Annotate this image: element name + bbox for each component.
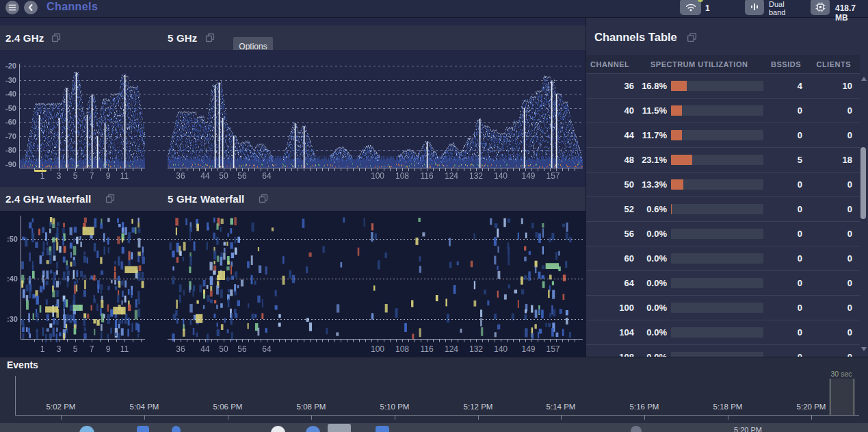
- table-row-channel-50[interactable]: 5013.3%00: [586, 173, 860, 197]
- event-icon-rounded-blue[interactable]: [376, 426, 389, 432]
- x-axis-label-ch44: 44: [195, 171, 215, 181]
- table-row-channel-52[interactable]: 520.6%00: [586, 197, 860, 222]
- utilization-bar: [671, 155, 763, 165]
- waterfall-5-title: 5 GHz Waterfall: [168, 193, 244, 205]
- utilization-bar: [671, 327, 763, 338]
- table-row-channel-36[interactable]: 3616.8%410: [586, 74, 860, 99]
- event-tick-label: 5:14 PM: [540, 403, 581, 411]
- table-row-channel-100[interactable]: 1000.0%00: [586, 296, 860, 320]
- spectrum-mode-button[interactable]: [745, 0, 764, 15]
- event-tick-label: 5:12 PM: [458, 403, 499, 411]
- cell-bssids: 0: [771, 229, 802, 239]
- utilization-bar-fill: [671, 130, 682, 140]
- event-tick-label: 5:04 PM: [124, 403, 165, 411]
- event-icon-circle-white[interactable]: [271, 426, 285, 432]
- x-axis-label-ch100: 100: [367, 171, 388, 181]
- column-header-spectrum-utilization[interactable]: SPECTRUM UTILIZATION: [650, 60, 770, 68]
- table-row-channel-44[interactable]: 4411.7%00: [586, 123, 860, 148]
- waterfall-x-label-ch44: 44: [195, 344, 215, 354]
- event-tick: [311, 416, 312, 420]
- column-header-channel[interactable]: CHANNEL: [590, 60, 650, 68]
- table-row-channel-64[interactable]: 640.0%00: [586, 271, 860, 296]
- event-icon-circle-grey[interactable]: [631, 426, 642, 432]
- back-button[interactable]: [24, 1, 38, 14]
- cell-channel: 44: [586, 130, 634, 140]
- utilization-bar: [671, 352, 763, 357]
- band-label: Dualband: [769, 0, 785, 16]
- top-bar: Channels 1 Dualband: [0, 0, 868, 18]
- memory-button[interactable]: [811, 0, 830, 15]
- waterfall-x-label-ch132: 132: [466, 344, 486, 354]
- wifi-status-button[interactable]: [680, 0, 701, 15]
- event-tick: [478, 416, 479, 420]
- cell-clients: 0: [802, 229, 852, 239]
- table-row-channel-108[interactable]: 1080.0%00: [586, 345, 860, 357]
- events-timeline-baseline: [15, 415, 859, 416]
- spectrum-5-title: 5 GHz: [168, 32, 198, 44]
- copy-icon[interactable]: [687, 32, 697, 42]
- scroll-up-arrow[interactable]: [861, 77, 867, 81]
- cell-bssids: 0: [771, 303, 802, 313]
- spectrum-header-strip: 2.4 GHz 5 GHz Options: [0, 25, 586, 50]
- waterfall-y-label-:40: :40: [0, 275, 18, 283]
- spectrum-24-title: 2.4 GHz: [5, 32, 44, 44]
- waterfall-x-label-ch108: 108: [392, 344, 412, 354]
- utilization-bar-fill: [671, 81, 687, 91]
- cell-bssids: 0: [771, 179, 802, 190]
- table-row-channel-48[interactable]: 4823.1%518: [586, 148, 860, 173]
- event-icon-circle-blue[interactable]: [306, 426, 320, 432]
- memory-usage: 418.7 MB: [835, 3, 868, 23]
- cell-utilization-percent: 0.6%: [634, 204, 667, 214]
- copy-icon[interactable]: [205, 33, 215, 42]
- event-tick: [728, 416, 728, 420]
- x-axis-label-ch11: 11: [114, 171, 135, 181]
- time-window-label: 30 sec: [818, 370, 865, 378]
- event-icon-dot-blue[interactable]: [172, 426, 181, 432]
- copy-icon[interactable]: [259, 194, 268, 203]
- utilization-bar: [671, 105, 763, 116]
- table-row-channel-60[interactable]: 600.0%00: [586, 246, 860, 271]
- time-window-selection[interactable]: [830, 379, 854, 415]
- cell-clients: 0: [802, 204, 852, 214]
- cell-channel: 100: [586, 303, 634, 313]
- cell-channel: 36: [586, 81, 634, 91]
- utilization-bar: [671, 130, 763, 140]
- utilization-bar: [671, 303, 763, 313]
- event-icon-circle-lightblue[interactable]: [79, 426, 94, 432]
- spectrum-5ghz-chart: [168, 60, 583, 173]
- event-selected-pill[interactable]: [328, 424, 351, 432]
- utilization-bar-fill: [671, 105, 682, 116]
- table-row-channel-104[interactable]: 1040.0%00: [586, 320, 860, 345]
- cell-channel: 52: [586, 204, 634, 214]
- cell-utilization-percent: 0.0%: [634, 352, 667, 357]
- scrollbar-thumb[interactable]: [860, 147, 866, 219]
- utilization-bar: [671, 278, 763, 288]
- wifi-analyzer-app: Channels 1 Dualband: [0, 0, 868, 432]
- column-header-bssids[interactable]: BSSIDS: [770, 60, 801, 68]
- cell-channel: 108: [586, 352, 634, 357]
- menu-button[interactable]: [5, 1, 19, 14]
- wifi-icon: [685, 3, 696, 12]
- event-icon-square-blue[interactable]: [137, 426, 149, 432]
- table-row-channel-56[interactable]: 560.0%00: [586, 222, 860, 246]
- waterfall-x-label-ch11: 11: [114, 344, 135, 354]
- column-header-clients[interactable]: CLIENTS: [801, 60, 851, 68]
- chip-icon: [815, 2, 826, 12]
- event-tick-label: 5:18 PM: [707, 403, 748, 411]
- copy-icon[interactable]: [105, 194, 115, 203]
- event-tick: [144, 416, 145, 420]
- cell-channel: 60: [586, 253, 634, 264]
- table-row-channel-40[interactable]: 4011.5%00: [586, 99, 860, 123]
- copy-icon[interactable]: [51, 33, 61, 42]
- utilization-bar: [671, 81, 763, 91]
- event-tick: [61, 416, 62, 420]
- page-title: Channels: [47, 1, 98, 13]
- table-scrollbar[interactable]: [860, 17, 868, 357]
- y-axis-label--70: -70: [0, 132, 16, 140]
- event-tick-label: 5:08 PM: [291, 403, 332, 411]
- events-y-axis-line: [15, 376, 16, 416]
- x-axis-label-ch50: 50: [213, 171, 234, 181]
- waterfall-x-label-ch56: 56: [232, 344, 252, 354]
- cell-utilization-percent: 13.3%: [634, 179, 667, 190]
- scroll-down-arrow[interactable]: [861, 347, 867, 351]
